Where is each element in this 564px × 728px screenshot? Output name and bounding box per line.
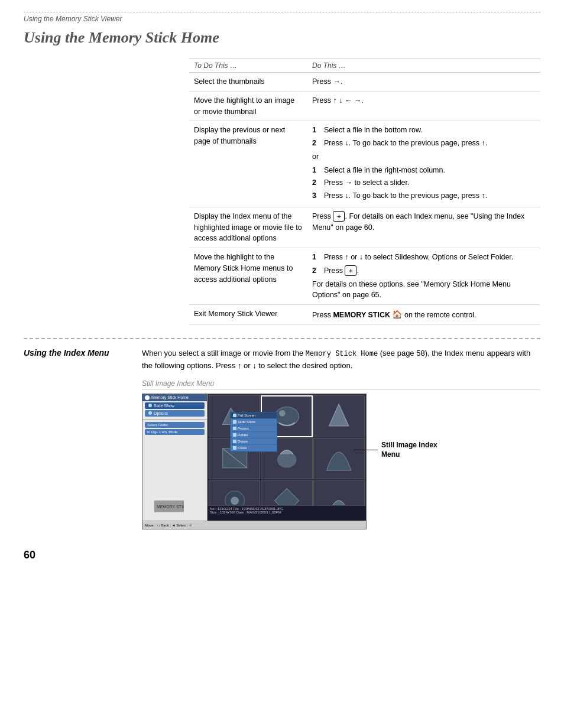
page-title: Using the Memory Stick Home <box>24 29 540 47</box>
table-row: Display the previous or next page of thu… <box>189 121 540 207</box>
instruction-cell: Press →. <box>307 73 540 92</box>
table-row: Select the thumbnails Press →. <box>189 73 540 92</box>
page-number: 60 <box>24 549 540 561</box>
instruction-table: To Do This … Do This … Select the thumbn… <box>189 58 540 325</box>
ss-btn-select-folder: Select Folder <box>145 422 205 428</box>
ss-status-line2: Size : 1024x768 Date : MAY/31/2003 1:08P… <box>210 511 364 514</box>
table-row: Move the highlight to the Memory Stick H… <box>189 248 540 305</box>
ss-logo-area: MEMORY STICK <box>154 500 184 512</box>
action-cell: Move the highlight to the Memory Stick H… <box>189 248 307 305</box>
svg-point-3 <box>279 410 286 417</box>
svg-text:MEMORY STICK: MEMORY STICK <box>157 505 184 509</box>
section-divider <box>24 338 540 339</box>
action-cell: Display the Index menu of the highlighte… <box>189 207 307 248</box>
table-row: Display the Index menu of the highlighte… <box>189 207 540 248</box>
ss-popup-menu: Full Screen Slide Show Protect Rotate <box>230 412 277 452</box>
instruction-cell: Press +. For details on each Index menu,… <box>307 207 540 248</box>
page-subtitle: Using the Memory Stick Viewer <box>24 12 540 23</box>
ss-btn-digi-cam: to Digi. Cam. Mode <box>145 429 205 435</box>
instruction-cell: Press ↑ ↓ ← →. <box>307 91 540 121</box>
still-image-label: Still Image Index Menu <box>142 379 540 390</box>
action-cell: Select the thumbnails <box>189 73 307 92</box>
col1-header: To Do This … <box>189 59 307 73</box>
table-row: Move the highlight to an image or movie … <box>189 91 540 121</box>
action-cell: Display the previous or next page of thu… <box>189 121 307 207</box>
index-section: Using the Index Menu When you select a s… <box>24 347 540 531</box>
ss-popup-item-fullscreen: Full Screen <box>231 412 277 419</box>
ss-divider <box>142 419 207 420</box>
ss-logo: MEMORY STICK <box>154 500 184 512</box>
ss-popup-item-delete: Delete <box>231 438 277 445</box>
screenshot-box: Memory Stick Home Slide Show Options Sel… <box>142 394 367 529</box>
instruction-cell: 1Press ↑ or ↓ to select Slideshow, Optio… <box>307 248 540 305</box>
annotation-text: Still Image Index Menu <box>381 441 452 459</box>
instruction-cell: 1Select a file in the bottom row. 2Press… <box>307 121 540 207</box>
screenshot-annotation: Still Image Index Menu <box>354 441 452 459</box>
ss-menu-item-slideshow: Slide Show <box>145 402 205 409</box>
ss-thumb <box>313 395 365 437</box>
col2-header: Do This … <box>307 59 540 73</box>
svg-point-2 <box>275 407 299 425</box>
table-row: Exit Memory Stick Viewer Press MEMORY ST… <box>189 305 540 325</box>
action-cell: Move the highlight to an image or movie … <box>189 91 307 121</box>
ss-left-panel: Memory Stick Home Slide Show Options Sel… <box>142 394 208 529</box>
ss-popup-item-close: Close <box>231 445 277 451</box>
ss-popup-item-slideshow: Slide Show <box>231 419 277 425</box>
instruction-cell: Press MEMORY STICK 🏠 on the remote contr… <box>307 305 540 325</box>
ss-menu-item-options: Options <box>145 410 205 417</box>
ss-menu-title: Memory Stick Home <box>142 394 207 401</box>
svg-point-8 <box>231 496 239 505</box>
ss-nav-bar: Move : ↑↓ Back : ◄ Select : ☉ <box>142 521 366 529</box>
ss-popup-item-rotate: Rotate <box>231 432 277 438</box>
screenshot-container: Memory Stick Home Slide Show Options Sel… <box>142 394 367 529</box>
index-section-body: When you select a still image or movie f… <box>142 347 540 372</box>
index-section-heading: Using the Index Menu <box>24 347 142 359</box>
ss-popup-item-protect: Protect <box>231 425 277 432</box>
action-cell: Exit Memory Stick Viewer <box>189 305 307 325</box>
